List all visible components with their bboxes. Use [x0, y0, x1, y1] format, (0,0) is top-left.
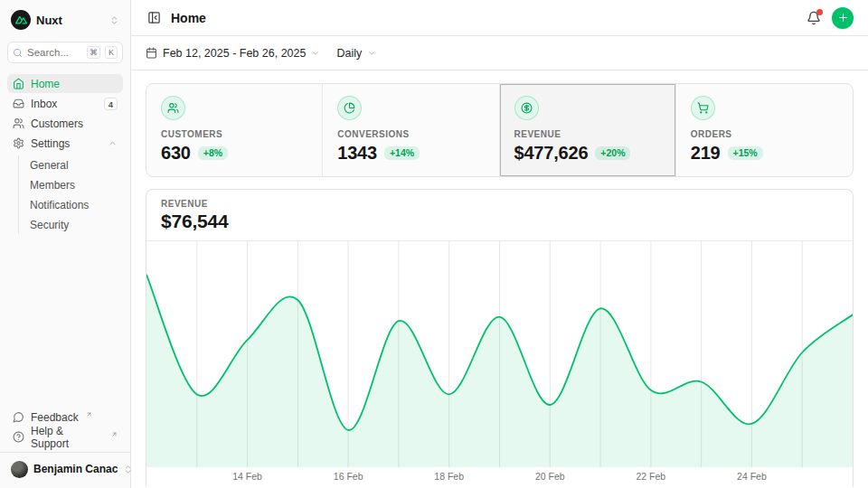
- stat-value: 219: [691, 143, 721, 164]
- sidebar-item-notifications[interactable]: Notifications: [26, 195, 123, 214]
- team-switcher[interactable]: Nuxt: [7, 7, 123, 33]
- sidebar-item-label: Notifications: [30, 199, 89, 211]
- panel-left-close-icon: [147, 11, 161, 24]
- shopping-cart-icon: [691, 96, 715, 120]
- kbd-cmd: ⌘: [87, 46, 100, 59]
- sidebar: Nuxt Search... ⌘ K Home Inbox 4: [0, 0, 131, 488]
- pie-chart-icon: [337, 96, 362, 120]
- avatar: [11, 461, 28, 478]
- stat-delta-badge: +15%: [728, 146, 763, 161]
- page-header: Home: [131, 0, 868, 36]
- search-input[interactable]: Search... ⌘ K: [7, 42, 123, 63]
- sidebar-spacer: [7, 234, 123, 408]
- users-icon: [13, 117, 24, 129]
- search-icon: [13, 48, 23, 58]
- notification-dot: [816, 9, 823, 15]
- sidebar-item-customers[interactable]: Customers: [7, 114, 123, 133]
- collapse-sidebar-button[interactable]: [146, 9, 163, 26]
- stat-value: 1343: [337, 143, 377, 164]
- sidebar-item-label: Home: [31, 78, 60, 90]
- x-axis-label: 20 Feb: [535, 471, 565, 482]
- date-range-picker[interactable]: Feb 12, 2025 - Feb 26, 2025: [146, 47, 320, 60]
- search-placeholder: Search...: [27, 47, 82, 58]
- sidebar-nav: Home Inbox 4 Customers Settings Genera: [7, 74, 123, 234]
- sidebar-item-inbox[interactable]: Inbox 4: [7, 94, 123, 113]
- help-circle-icon: [13, 431, 24, 443]
- sidebar-item-general[interactable]: General: [26, 155, 123, 174]
- stat-value: 630: [161, 143, 191, 164]
- external-link-icon: [86, 411, 92, 418]
- plus-icon: [837, 12, 849, 23]
- revenue-area-chart[interactable]: [146, 241, 853, 467]
- sidebar-item-help-support[interactable]: Help & Support: [7, 427, 123, 446]
- inbox-count-badge: 4: [104, 98, 118, 110]
- date-range-value: Feb 12, 2025 - Feb 26, 2025: [163, 47, 306, 60]
- users-icon: [161, 96, 185, 120]
- sidebar-item-label: Customers: [31, 117, 83, 130]
- user-name: Benjamin Canac: [33, 463, 118, 475]
- sidebar-item-members[interactable]: Members: [26, 175, 123, 194]
- user-menu[interactable]: Benjamin Canac: [7, 455, 123, 483]
- sidebar-item-label: Security: [30, 219, 69, 231]
- x-axis-label: 14 Feb: [232, 471, 262, 482]
- sidebar-item-label: Members: [30, 179, 75, 192]
- header-actions: [805, 7, 854, 29]
- dashboard-content: CUSTOMERS 630 +8% CONVERSIONS 1343 +14%: [131, 70, 868, 488]
- gear-icon: [13, 137, 24, 149]
- stat-delta-badge: +8%: [198, 146, 228, 161]
- stat-card-orders[interactable]: ORDERS 219 +15%: [676, 84, 853, 176]
- settings-subnav: General Members Notifications Security: [18, 155, 123, 234]
- sidebar-item-settings[interactable]: Settings: [7, 134, 123, 153]
- period-select[interactable]: Daily: [336, 47, 376, 60]
- chart-metric-label: REVENUE: [161, 199, 838, 209]
- dollar-circle-icon: [514, 96, 539, 120]
- sidebar-footer-nav: Feedback Help & Support: [7, 408, 123, 446]
- stat-delta-badge: +20%: [595, 146, 630, 161]
- sidebar-item-home[interactable]: Home: [7, 74, 123, 93]
- notifications-button[interactable]: [805, 9, 823, 27]
- x-axis-label: 16 Feb: [334, 471, 363, 482]
- kbd-k: K: [105, 46, 118, 59]
- chevrons-up-down-icon: [109, 15, 119, 25]
- home-icon: [13, 78, 24, 89]
- chart-x-axis: 14 Feb16 Feb18 Feb20 Feb22 Feb24 Feb: [146, 467, 853, 487]
- period-value: Daily: [336, 47, 362, 60]
- sidebar-item-label: General: [30, 159, 69, 172]
- filter-toolbar: Feb 12, 2025 - Feb 26, 2025 Daily: [131, 36, 868, 70]
- sidebar-item-label: Feedback: [31, 411, 79, 424]
- calendar-icon: [146, 47, 157, 59]
- add-button[interactable]: [832, 7, 854, 29]
- chart-metric-value: $76,544: [161, 211, 838, 232]
- main-panel: Home Feb 12, 2025 - Feb 26, 2025 Daily: [131, 0, 868, 488]
- x-axis-label: 22 Feb: [636, 471, 665, 482]
- inbox-icon: [13, 98, 24, 109]
- chevron-down-icon: [367, 49, 376, 58]
- chevron-down-icon: [311, 49, 320, 58]
- sidebar-item-label: Help & Support: [31, 425, 104, 450]
- message-bubble-icon: [13, 411, 24, 423]
- stat-card-conversions[interactable]: CONVERSIONS 1343 +14%: [323, 84, 499, 176]
- stat-card-customers[interactable]: CUSTOMERS 630 +8%: [146, 84, 323, 176]
- x-axis-label: 24 Feb: [737, 471, 767, 482]
- nuxt-logo-icon: [11, 10, 31, 30]
- stat-label: CUSTOMERS: [161, 129, 307, 139]
- stat-delta-badge: +14%: [384, 146, 420, 161]
- stat-value: $477,626: [514, 143, 589, 164]
- sidebar-divider: [0, 452, 130, 453]
- chevron-up-icon: [108, 138, 118, 148]
- external-link-icon: [111, 431, 118, 437]
- stat-label: REVENUE: [514, 129, 661, 139]
- chart-header: REVENUE $76,544: [146, 190, 853, 241]
- team-name: Nuxt: [36, 14, 62, 27]
- x-axis-label: 18 Feb: [434, 471, 464, 482]
- sidebar-item-label: Inbox: [31, 98, 57, 110]
- page-title: Home: [171, 11, 206, 25]
- stat-label: ORDERS: [691, 129, 838, 139]
- stat-card-revenue[interactable]: REVENUE $477,626 +20%: [500, 84, 676, 176]
- sidebar-item-label: Settings: [31, 137, 70, 150]
- sidebar-item-security[interactable]: Security: [26, 215, 123, 234]
- stats-grid: CUSTOMERS 630 +8% CONVERSIONS 1343 +14%: [146, 83, 854, 177]
- revenue-chart-card: REVENUE $76,544 14 Feb16 Feb18 Feb20 Feb…: [146, 189, 854, 487]
- stat-label: CONVERSIONS: [337, 129, 484, 139]
